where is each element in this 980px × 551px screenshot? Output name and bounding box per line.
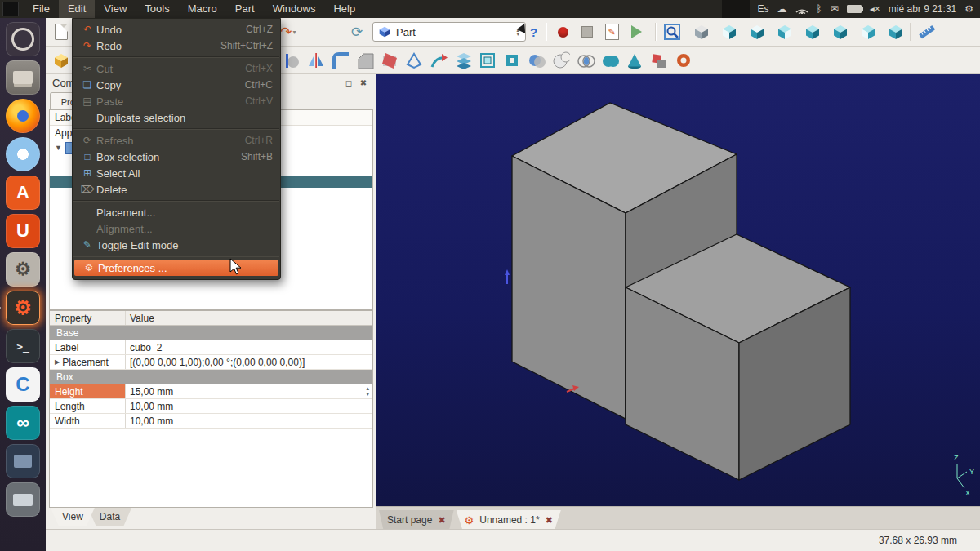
property-row-height[interactable]: Height 15,00 mm ▴▾: [50, 384, 372, 399]
panel-float-icon[interactable]: ◻: [343, 77, 354, 88]
part-fillet-icon[interactable]: [330, 50, 351, 71]
workbench-selector[interactable]: Part ▴▾: [372, 22, 526, 42]
part-box-icon[interactable]: [51, 50, 72, 71]
volume-icon[interactable]: ◂×: [870, 0, 880, 18]
terminal-icon[interactable]: >_: [6, 329, 40, 363]
cloud-icon[interactable]: ☁: [777, 0, 787, 18]
view-axonometric-icon[interactable]: [691, 21, 712, 42]
bottom-app-icon[interactable]: [6, 482, 40, 517]
menuitem-undo[interactable]: ↶ Undo Ctrl+Z: [73, 21, 280, 38]
chromium-icon[interactable]: [6, 137, 40, 171]
app-a-icon[interactable]: A: [6, 176, 40, 210]
battery-icon[interactable]: [847, 5, 862, 13]
system-settings-icon[interactable]: ⚙: [6, 252, 40, 287]
menu-file[interactable]: File: [24, 0, 59, 18]
macro-edit-icon[interactable]: ✎: [601, 21, 622, 42]
menu-macro[interactable]: Macro: [179, 0, 226, 18]
menu-part[interactable]: Part: [226, 0, 264, 18]
part-common-icon[interactable]: [575, 50, 596, 71]
view-front-icon[interactable]: [719, 21, 740, 42]
menu-view[interactable]: View: [95, 0, 136, 18]
property-row-length[interactable]: Length 10,00 mm: [50, 399, 372, 414]
macro-stop-icon[interactable]: [577, 21, 598, 42]
property-row-label[interactable]: Label cubo_2: [50, 340, 372, 355]
menuitem-cut[interactable]: ✂ Cut Ctrl+X: [73, 60, 280, 77]
macro-play-icon[interactable]: [627, 21, 648, 42]
close-tab-icon[interactable]: ✖: [438, 515, 445, 526]
menuitem-preferences[interactable]: ⚙ Preferences ...: [74, 260, 278, 276]
menuitem-toggle-edit-mode[interactable]: ✎ Toggle Edit mode: [73, 237, 280, 253]
tree-expander-icon[interactable]: ▼: [55, 144, 62, 152]
mail-icon[interactable]: ✉: [831, 0, 839, 18]
menuitem-box-selection[interactable]: □ Box selection Shift+B: [73, 149, 280, 165]
view-fit-icon[interactable]: [662, 21, 683, 42]
menuitem-copy[interactable]: ❏ Copy Ctrl+C: [73, 77, 280, 93]
ubuntu-software-icon[interactable]: U: [6, 214, 40, 248]
part-section-icon[interactable]: [379, 50, 400, 71]
property-group-base[interactable]: Base: [50, 326, 372, 340]
clock[interactable]: mié abr 9 21:31: [889, 0, 956, 18]
refresh-icon[interactable]: ⟳: [346, 21, 368, 42]
part-compound-icon[interactable]: [648, 50, 670, 71]
menuitem-select-all[interactable]: ⊞ Select All: [73, 165, 280, 181]
whats-this-icon[interactable]: ?: [518, 21, 539, 42]
close-tab-icon[interactable]: ✖: [546, 515, 553, 526]
menu-edit[interactable]: Edit: [59, 0, 95, 18]
view-iso-alt-icon[interactable]: [885, 21, 906, 42]
files-icon[interactable]: [6, 60, 40, 95]
new-document-icon[interactable]: [51, 21, 72, 42]
menu-help[interactable]: Help: [324, 0, 364, 18]
dash-home-icon[interactable]: [6, 22, 40, 56]
property-row-placement[interactable]: ▶Placement [(0,00 0,00 1,00);0,00 °;(0,0…: [50, 355, 372, 370]
view-left-icon[interactable]: [858, 21, 879, 42]
part-loft-icon[interactable]: [452, 50, 474, 71]
view-rear-icon[interactable]: [802, 21, 823, 42]
dark-app-icon[interactable]: [6, 444, 40, 478]
freecad-icon[interactable]: ⚙: [6, 291, 40, 325]
part-mirror-icon[interactable]: [305, 50, 327, 71]
tab-start-page[interactable]: Start page ✖: [379, 510, 454, 530]
arduino-icon[interactable]: ∞: [6, 406, 40, 440]
part-cut-icon[interactable]: [550, 50, 572, 71]
part-cross-sections-icon[interactable]: [403, 50, 425, 71]
panel-close-icon[interactable]: ✖: [358, 77, 369, 88]
view-right-icon[interactable]: [774, 21, 795, 42]
part-sweep-icon[interactable]: [428, 50, 449, 71]
view-top-icon[interactable]: [746, 21, 768, 42]
tab-data[interactable]: Data: [88, 508, 131, 526]
menuitem-paste[interactable]: ▤ Paste Ctrl+V: [73, 93, 280, 109]
tab-view[interactable]: View: [51, 508, 95, 526]
measure-distance-icon[interactable]: [916, 21, 938, 42]
placement-expander-icon[interactable]: ▶: [55, 358, 60, 366]
part-cone-icon[interactable]: [624, 50, 645, 71]
view-bottom-icon[interactable]: [830, 21, 851, 42]
part-boolean-icon[interactable]: [526, 50, 547, 71]
property-row-width[interactable]: Width 10,00 mm: [50, 414, 372, 429]
window-menu-icon[interactable]: [2, 2, 19, 16]
part-thickness-icon[interactable]: [501, 50, 523, 71]
part-union-icon[interactable]: [599, 50, 621, 71]
session-gear-icon[interactable]: ⚙: [964, 0, 973, 18]
height-spinner[interactable]: ▴▾: [366, 385, 369, 397]
menu-windows[interactable]: Windows: [264, 0, 325, 18]
part-chamfer-icon[interactable]: [354, 50, 376, 71]
part-revolve-icon[interactable]: [281, 50, 302, 71]
3d-viewport[interactable]: Z Y X: [376, 73, 980, 506]
tab-unnamed-document[interactable]: ⚙ Unnamed : 1* ✖: [457, 510, 561, 530]
property-group-box[interactable]: Box: [50, 370, 372, 384]
menuitem-placement[interactable]: Placement...: [73, 204, 280, 220]
bluetooth-icon[interactable]: ᛒ: [817, 0, 822, 18]
macro-record-icon[interactable]: [552, 21, 573, 42]
menuitem-alignment[interactable]: Alignment...: [73, 220, 280, 237]
menu-tools[interactable]: Tools: [136, 0, 178, 18]
menuitem-duplicate-selection[interactable]: Duplicate selection: [73, 109, 280, 126]
menuitem-redo[interactable]: ↷ Redo Shift+Ctrl+Z: [73, 38, 280, 54]
app-c-icon[interactable]: C: [6, 367, 40, 402]
part-shapebuilder-icon[interactable]: [673, 50, 694, 71]
wifi-icon[interactable]: [795, 4, 808, 14]
part-offset-icon[interactable]: [477, 50, 498, 71]
menuitem-delete[interactable]: ⌦ Delete: [73, 181, 280, 198]
menuitem-refresh[interactable]: ⟳ Refresh Ctrl+R: [73, 132, 280, 149]
firefox-icon[interactable]: [6, 99, 40, 133]
keyboard-layout-indicator[interactable]: Es: [758, 0, 769, 18]
